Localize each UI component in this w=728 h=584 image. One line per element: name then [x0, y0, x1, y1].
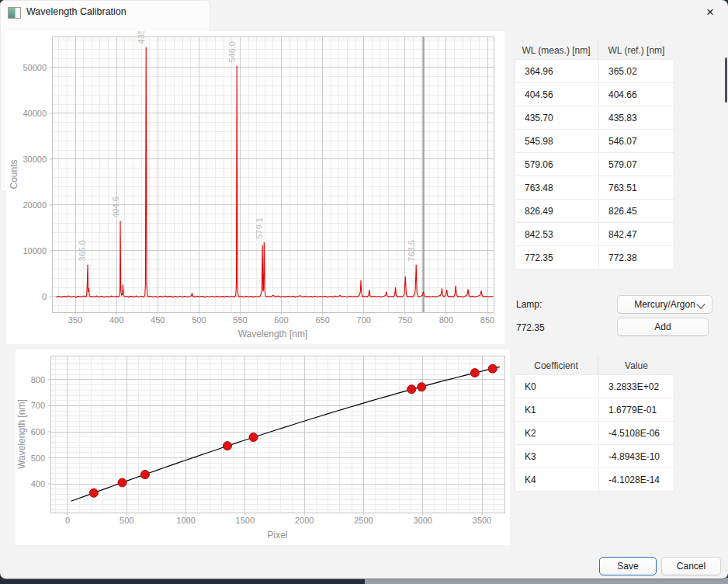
svg-text:550: 550: [233, 315, 247, 325]
table-row[interactable]: 545.98546.07: [515, 129, 674, 153]
svg-text:600: 600: [31, 427, 45, 436]
lamp-selected-value: Mercury/Argon: [634, 299, 695, 310]
table-cell: 842.53: [515, 223, 598, 245]
svg-text:Wavelength [nm]: Wavelength [nm]: [238, 328, 308, 339]
table-cell: 826.49: [515, 200, 598, 222]
svg-text:650: 650: [315, 315, 329, 325]
table-row[interactable]: 842.53842.47: [515, 222, 674, 246]
table-cell: 435.70: [515, 106, 598, 129]
table-cell: 365.02: [598, 60, 674, 82]
svg-text:Wavelength [nm]: Wavelength [nm]: [16, 399, 27, 469]
table-cell: 579.06: [515, 153, 598, 176]
svg-text:3000: 3000: [413, 516, 432, 525]
table-row[interactable]: K3-4.8943E-10: [515, 444, 674, 468]
svg-text:700: 700: [357, 315, 371, 325]
svg-text:1500: 1500: [236, 516, 255, 525]
calibration-chart[interactable]: 0500100015002000250030003500400500600700…: [16, 349, 510, 545]
svg-text:800: 800: [31, 375, 45, 384]
svg-text:546.0: 546.0: [227, 41, 237, 63]
table-cell: 546.07: [598, 130, 674, 152]
app-icon-pane: [15, 8, 20, 18]
table-cell: 763.51: [598, 176, 674, 199]
svg-text:10000: 10000: [23, 246, 47, 255]
app-icon: [8, 7, 21, 19]
table-cell: 404.66: [598, 83, 674, 106]
svg-text:400: 400: [31, 479, 45, 488]
chevron-down-icon: [696, 300, 705, 308]
coefficients-table[interactable]: CoefficientValueK03.2833E+02K11.6779E-01…: [515, 356, 674, 492]
table-row[interactable]: 772.35772.38: [515, 245, 674, 269]
svg-text:850: 850: [480, 315, 494, 325]
svg-text:0: 0: [42, 292, 47, 301]
lamp-select[interactable]: Mercury/Argon: [617, 295, 712, 314]
svg-text:700: 700: [31, 401, 45, 410]
table-header-cell: WL (meas.) [nm]: [515, 40, 598, 60]
table-header: WL (meas.) [nm]WL (ref.) [nm]: [515, 40, 674, 60]
table-cell: 772.35: [515, 246, 598, 269]
titlebar: Wavelength Calibration ×: [0, 0, 728, 25]
svg-text:450: 450: [151, 315, 165, 325]
svg-text:Counts: Counts: [9, 159, 19, 189]
table-cell: K2: [515, 422, 598, 444]
svg-text:404.6: 404.6: [111, 196, 120, 218]
save-button[interactable]: Save: [599, 557, 657, 575]
table-header-cell: WL (ref.) [nm]: [598, 40, 674, 60]
spectrum-chart[interactable]: 3504004505005506006507007508008500100002…: [6, 31, 504, 344]
spectrum-chart-panel: 3504004505005506006507007508008500100002…: [6, 31, 504, 344]
table-row[interactable]: K2-4.5108E-06: [515, 421, 674, 445]
table-cell: 772.38: [598, 246, 674, 269]
table-cell: -4.5108E-06: [598, 422, 674, 444]
calibration-points-table[interactable]: WL (meas.) [nm]WL (ref.) [nm]364.96365.0…: [515, 40, 674, 269]
svg-text:0: 0: [65, 516, 70, 525]
table-header-cell: Coefficient: [515, 356, 598, 375]
table-row[interactable]: 404.56404.66: [515, 82, 674, 106]
wavelength-calibration-dialog: Wavelength Calibration × 350400450500550…: [0, 0, 728, 579]
table-header-cell: Value: [598, 356, 674, 375]
svg-text:500: 500: [120, 516, 133, 525]
scrollbar-thumb[interactable]: [725, 57, 727, 103]
svg-text:Pixel: Pixel: [267, 530, 287, 541]
svg-text:500: 500: [31, 454, 45, 463]
table-cell: 826.45: [598, 200, 674, 222]
svg-text:750: 750: [398, 315, 412, 325]
table-cell: K3: [515, 445, 598, 468]
window-title: Wavelength Calibration: [26, 6, 127, 17]
svg-text:40000: 40000: [23, 109, 47, 118]
table-cell: K1: [515, 398, 598, 421]
lamp-label: Lamp:: [516, 299, 542, 310]
cancel-button[interactable]: Cancel: [661, 557, 721, 575]
table-row[interactable]: K03.2833E+02: [515, 374, 674, 398]
table-row[interactable]: 364.96365.02: [515, 59, 674, 83]
table-cell: -4.1028E-14: [598, 468, 674, 491]
add-button-label: Add: [654, 322, 671, 332]
table-header: CoefficientValue: [515, 356, 674, 375]
svg-text:30000: 30000: [23, 155, 47, 164]
table-row[interactable]: 579.06579.07: [515, 152, 674, 176]
svg-text:500: 500: [192, 315, 206, 325]
svg-text:3500: 3500: [473, 516, 491, 525]
table-row[interactable]: 435.70435.83: [515, 106, 674, 130]
svg-text:400: 400: [109, 315, 123, 325]
svg-text:350: 350: [68, 315, 82, 325]
close-icon: ×: [706, 5, 714, 20]
svg-text:50000: 50000: [23, 63, 47, 72]
table-cell: 364.96: [515, 60, 598, 82]
table-row[interactable]: K11.6779E-01: [515, 398, 674, 422]
table-row[interactable]: K4-4.1028E-14: [515, 468, 674, 492]
svg-text:365.0: 365.0: [78, 240, 87, 262]
table-cell: -4.8943E-10: [598, 445, 674, 468]
close-button[interactable]: ×: [692, 0, 728, 25]
svg-text:435.8: 435.8: [137, 31, 146, 43]
cancel-button-label: Cancel: [677, 561, 705, 572]
save-button-label: Save: [617, 561, 638, 572]
table-row[interactable]: 826.49826.45: [515, 199, 674, 223]
add-button[interactable]: Add: [617, 318, 709, 336]
table-row[interactable]: 763.48763.51: [515, 176, 674, 200]
svg-text:2500: 2500: [354, 516, 373, 525]
table-cell: 3.2833E+02: [598, 375, 674, 398]
table-cell: 435.83: [598, 106, 674, 129]
svg-text:2000: 2000: [295, 516, 314, 525]
current-wavelength-value: 772.35: [516, 322, 545, 333]
table-cell: 763.48: [515, 176, 598, 199]
svg-text:763.5: 763.5: [407, 240, 416, 262]
